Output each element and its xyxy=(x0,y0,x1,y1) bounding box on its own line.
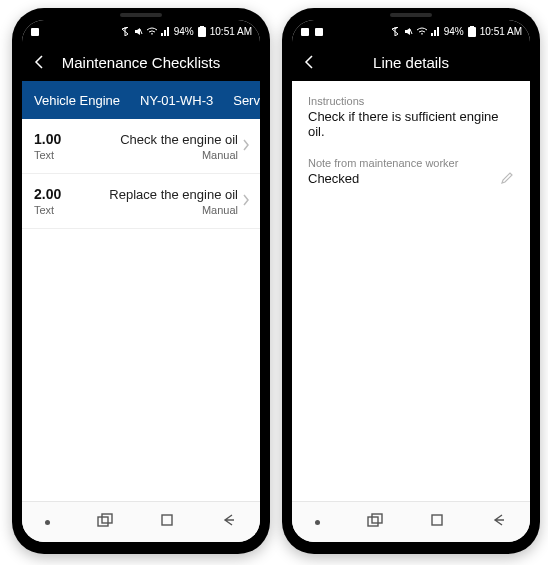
wifi-icon xyxy=(147,27,157,36)
nav-recents-button[interactable] xyxy=(367,513,383,531)
page-title: Line details xyxy=(292,54,530,71)
chevron-right-icon xyxy=(238,139,254,154)
row-number: 1.00 xyxy=(34,131,88,147)
mute-icon xyxy=(134,27,143,36)
nav-home-button[interactable] xyxy=(430,513,444,531)
nav-assistant-icon[interactable] xyxy=(45,520,50,525)
pencil-icon xyxy=(500,171,514,185)
status-left-icons xyxy=(30,27,40,37)
list-item[interactable]: 2.00 Text Replace the engine oil Manual xyxy=(22,174,260,229)
android-nav-bar xyxy=(22,501,260,542)
status-right-icons: 94% 10:51 AM xyxy=(391,26,522,37)
battery-pct: 94% xyxy=(444,26,464,37)
svg-rect-10 xyxy=(468,27,476,37)
nav-back-button[interactable] xyxy=(221,513,237,531)
svg-rect-3 xyxy=(200,26,204,27)
svg-rect-12 xyxy=(368,517,378,526)
note-value: Checked xyxy=(308,171,359,186)
tab-service[interactable]: Service xyxy=(223,93,260,108)
svg-rect-5 xyxy=(102,514,112,523)
instructions-value: Check if there is sufficient engine oil. xyxy=(308,109,514,139)
row-mode: Manual xyxy=(88,149,238,161)
sim-icon xyxy=(314,27,324,37)
bluetooth-icon xyxy=(121,27,130,36)
phone-frame-left: 94% 10:51 AM Maintenance Checklists Vehi… xyxy=(12,8,270,554)
app-bar: Maintenance Checklists xyxy=(22,43,260,81)
nav-home-button[interactable] xyxy=(160,513,174,531)
row-mode: Manual xyxy=(88,204,238,216)
svg-rect-4 xyxy=(98,517,108,526)
svg-rect-0 xyxy=(31,28,39,36)
sim-icon xyxy=(30,27,40,37)
status-time: 10:51 AM xyxy=(480,26,522,37)
tab-bar: Vehicle Engine NY-01-WH-3 Service xyxy=(22,81,260,119)
details-content: Instructions Check if there is sufficien… xyxy=(292,81,530,203)
phone-screen-right: 94% 10:51 AM Line details Instructions C… xyxy=(292,20,530,542)
svg-line-9 xyxy=(410,29,412,34)
battery-icon xyxy=(468,26,476,37)
wifi-icon xyxy=(417,27,427,36)
signal-icon xyxy=(161,27,170,36)
page-title: Maintenance Checklists xyxy=(22,54,260,71)
battery-pct: 94% xyxy=(174,26,194,37)
edit-note-button[interactable] xyxy=(500,171,514,189)
svg-rect-11 xyxy=(470,26,474,27)
row-description: Check the engine oil xyxy=(88,132,238,147)
svg-rect-2 xyxy=(198,27,206,37)
app-bar: Line details xyxy=(292,43,530,81)
tab-asset[interactable]: NY-01-WH-3 xyxy=(130,93,223,108)
status-time: 10:51 AM xyxy=(210,26,252,37)
svg-rect-14 xyxy=(432,515,442,525)
mute-icon xyxy=(404,27,413,36)
tab-vehicle-engine[interactable]: Vehicle Engine xyxy=(22,93,130,108)
bluetooth-icon xyxy=(391,27,400,36)
status-bar: 94% 10:51 AM xyxy=(22,20,260,43)
nav-assistant-icon[interactable] xyxy=(315,520,320,525)
instructions-label: Instructions xyxy=(308,95,514,107)
status-right-icons: 94% 10:51 AM xyxy=(121,26,252,37)
svg-line-1 xyxy=(140,29,142,34)
svg-rect-13 xyxy=(372,514,382,523)
android-nav-bar xyxy=(292,501,530,542)
note-label: Note from maintenance worker xyxy=(308,157,514,169)
checklist-list: 1.00 Text Check the engine oil Manual 2.… xyxy=(22,119,260,229)
svg-rect-7 xyxy=(301,28,309,36)
svg-rect-8 xyxy=(315,28,323,36)
phone-screen-left: 94% 10:51 AM Maintenance Checklists Vehi… xyxy=(22,20,260,542)
svg-rect-6 xyxy=(162,515,172,525)
chevron-right-icon xyxy=(238,194,254,209)
sim-icon xyxy=(300,27,310,37)
row-type: Text xyxy=(34,204,88,216)
status-left-icons xyxy=(300,27,324,37)
row-description: Replace the engine oil xyxy=(88,187,238,202)
phone-speaker xyxy=(390,13,432,17)
phone-speaker xyxy=(120,13,162,17)
phone-frame-right: 94% 10:51 AM Line details Instructions C… xyxy=(282,8,540,554)
signal-icon xyxy=(431,27,440,36)
status-bar: 94% 10:51 AM xyxy=(292,20,530,43)
nav-back-button[interactable] xyxy=(491,513,507,531)
battery-icon xyxy=(198,26,206,37)
row-number: 2.00 xyxy=(34,186,88,202)
list-item[interactable]: 1.00 Text Check the engine oil Manual xyxy=(22,119,260,174)
nav-recents-button[interactable] xyxy=(97,513,113,531)
row-type: Text xyxy=(34,149,88,161)
